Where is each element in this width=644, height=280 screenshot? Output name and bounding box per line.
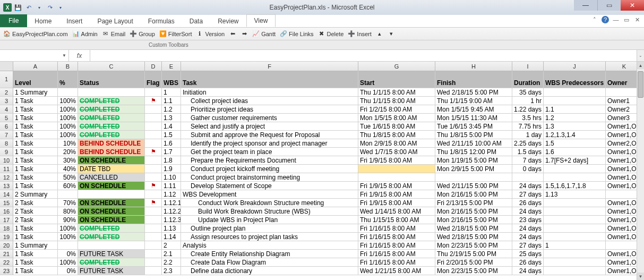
- header-flag[interactable]: Flag: [145, 71, 162, 88]
- toolbar-item-1[interactable]: 📊Admin: [72, 30, 98, 38]
- cell-r16-c6[interactable]: Wed 1/14/15 8:00 AM: [358, 207, 435, 216]
- cell-r14-c7[interactable]: Mon 2/16/15 5:00 PM: [435, 190, 512, 199]
- cell-r5-c7[interactable]: Mon 1/5/15 11:30 AM: [435, 114, 512, 122]
- cell-r9-c9[interactable]: 1.6: [544, 148, 606, 156]
- cell-r10-c3[interactable]: [145, 156, 162, 165]
- cell-r15-c2[interactable]: ON SCHEDULE: [78, 199, 145, 207]
- redo-icon[interactable]: ↷: [46, 3, 54, 12]
- cell-r14-c3[interactable]: [145, 190, 162, 199]
- cell-r4-c0[interactable]: 1 Task: [13, 105, 58, 114]
- cell-r22-c6[interactable]: Fri 1/16/15 8:00 AM: [358, 258, 435, 267]
- cell-r17-c5[interactable]: Update WBS in Project Plan: [181, 216, 358, 224]
- cell-r16-c0[interactable]: 2 Task: [13, 207, 58, 216]
- cell-r9-c8[interactable]: 1.5 days: [512, 148, 544, 156]
- cell-r5-c6[interactable]: Mon 1/5/15 8:00 AM: [358, 114, 435, 122]
- cell-r2-c2[interactable]: [78, 88, 145, 97]
- row-header-9[interactable]: 9: [0, 148, 13, 156]
- tab-page-layout[interactable]: Page Layout: [90, 15, 140, 27]
- row-header-4[interactable]: 4: [0, 105, 13, 114]
- cell-r11-c7[interactable]: Mon 2/9/15 5:00 PM: [435, 165, 512, 173]
- cell-r21-c9[interactable]: [544, 250, 606, 258]
- cell-r22-c4[interactable]: 2.2: [162, 258, 181, 267]
- cell-r8-c2[interactable]: BEHIND SCHEDULE: [78, 139, 145, 148]
- cell-r17-c9[interactable]: [544, 216, 606, 224]
- ribbon-minimize-icon[interactable]: ˄: [591, 16, 598, 23]
- cell-r7-c8[interactable]: 1 day: [512, 131, 544, 139]
- cell-r13-c2[interactable]: ON SCHEDULE: [78, 182, 145, 190]
- cell-r17-c6[interactable]: Thu 1/15/15 8:00 AM: [358, 216, 435, 224]
- cell-r21-c2[interactable]: FUTURE TASK: [78, 250, 145, 258]
- cell-r21-c7[interactable]: Thu 2/19/15 5:00 PM: [435, 250, 512, 258]
- cell-r9-c2[interactable]: BEHIND SCHEDULE: [78, 148, 145, 156]
- cell-r19-c0[interactable]: 1 Task: [13, 233, 58, 241]
- cell-r8-c7[interactable]: Wed 2/11/15 10:00 AM: [435, 139, 512, 148]
- cell-r20-c2[interactable]: [78, 241, 145, 250]
- column-header-J[interactable]: J: [544, 62, 606, 71]
- cell-r17-c4[interactable]: 1.12.3: [162, 216, 181, 224]
- cell-r13-c7[interactable]: Wed 2/11/15 5:00 PM: [435, 182, 512, 190]
- cell-r2-c5[interactable]: Initiation: [181, 88, 358, 97]
- cell-r3-c1[interactable]: 100%: [58, 97, 78, 105]
- cell-r23-c4[interactable]: 2.3: [162, 267, 181, 275]
- cell-r5-c4[interactable]: 1.3: [162, 114, 181, 122]
- column-header-A[interactable]: A: [13, 62, 58, 71]
- cell-r3-c6[interactable]: Thu 1/1/15 8:00 AM: [358, 97, 435, 105]
- cell-r2-c1[interactable]: [58, 88, 78, 97]
- cell-r11-c2[interactable]: DATE TBD: [78, 165, 145, 173]
- cell-r4-c1[interactable]: 100%: [58, 105, 78, 114]
- row-header-21[interactable]: 21: [0, 250, 13, 258]
- tab-data[interactable]: Data: [182, 15, 210, 27]
- cell-r13-c4[interactable]: 1.11: [162, 182, 181, 190]
- cell-r5-c5[interactable]: Gather customer requirements: [181, 114, 358, 122]
- toolbar-item-0[interactable]: 🏠EasyProjectPlan.com: [3, 30, 68, 38]
- row-header-7[interactable]: 7: [0, 131, 13, 139]
- cell-r21-c0[interactable]: 1 Task: [13, 250, 58, 258]
- cell-r18-c0[interactable]: 1 Task: [13, 224, 58, 233]
- header-status[interactable]: Status: [78, 71, 145, 88]
- cell-r23-c0[interactable]: 1 Task: [13, 267, 58, 275]
- undo-icon[interactable]: ↶: [24, 3, 33, 12]
- cell-r10-c8[interactable]: 7 days: [512, 156, 544, 165]
- column-header-H[interactable]: H: [435, 62, 512, 71]
- cell-r15-c1[interactable]: 70%: [58, 199, 78, 207]
- cell-r16-c7[interactable]: Mon 2/16/15 5:00 PM: [435, 207, 512, 216]
- cell-r5-c2[interactable]: COMPLETED: [78, 114, 145, 122]
- cell-r2-c4[interactable]: 1: [162, 88, 181, 97]
- row-header-18[interactable]: 18: [0, 224, 13, 233]
- cell-r10-c5[interactable]: Prepare the Requirements Document: [181, 156, 358, 165]
- toolbar-item-8[interactable]: 📈Gantt: [252, 30, 276, 38]
- cell-r19-c5[interactable]: Assign resources to project plan tasks: [181, 233, 358, 241]
- row-header-19[interactable]: 19: [0, 233, 13, 241]
- cell-r2-c3[interactable]: [145, 88, 162, 97]
- cell-r20-c6[interactable]: Fri 1/16/15 8:00 AM: [358, 241, 435, 250]
- cell-r4-c8[interactable]: 1.22 days: [512, 105, 544, 114]
- cell-r15-c0[interactable]: 2 Task: [13, 199, 58, 207]
- cell-r20-c7[interactable]: Mon 2/23/15 5:00 PM: [435, 241, 512, 250]
- workbook-minimize-icon[interactable]: —: [612, 16, 620, 23]
- cell-r13-c6[interactable]: Fri 1/9/15 8:00 AM: [358, 182, 435, 190]
- cell-r5-c0[interactable]: 1 Task: [13, 114, 58, 122]
- cell-r17-c7[interactable]: Mon 2/16/15 5:00 PM: [435, 216, 512, 224]
- fx-icon[interactable]: fx: [77, 52, 82, 60]
- row-header-17[interactable]: 17: [0, 216, 13, 224]
- cell-r9-c1[interactable]: 20%: [58, 148, 78, 156]
- cell-r6-c0[interactable]: 1 Task: [13, 122, 58, 131]
- cell-r7-c2[interactable]: COMPLETED: [78, 131, 145, 139]
- cell-r18-c1[interactable]: 100%: [58, 224, 78, 233]
- cell-r22-c5[interactable]: Create Data Flow Diagram: [181, 258, 358, 267]
- scroll-down-icon[interactable]: ▼: [637, 273, 644, 280]
- cell-r17-c1[interactable]: 90%: [58, 216, 78, 224]
- cell-r13-c0[interactable]: 1 Task: [13, 182, 58, 190]
- cell-r8-c4[interactable]: 1.6: [162, 139, 181, 148]
- cell-r2-c9[interactable]: [544, 88, 606, 97]
- cell-r6-c1[interactable]: 100%: [58, 122, 78, 131]
- cell-r12-c2[interactable]: CANCELLED: [78, 173, 145, 182]
- cell-r3-c3[interactable]: ⚑: [145, 97, 162, 105]
- cell-r3-c8[interactable]: 1 hr: [512, 97, 544, 105]
- cell-r6-c4[interactable]: 1.4: [162, 122, 181, 131]
- cell-r7-c4[interactable]: 1.5: [162, 131, 181, 139]
- cell-r11-c1[interactable]: 40%: [58, 165, 78, 173]
- toolbar-item-3[interactable]: ➕Group: [130, 30, 155, 38]
- row-header-2[interactable]: 2: [0, 88, 13, 97]
- cell-r7-c3[interactable]: [145, 131, 162, 139]
